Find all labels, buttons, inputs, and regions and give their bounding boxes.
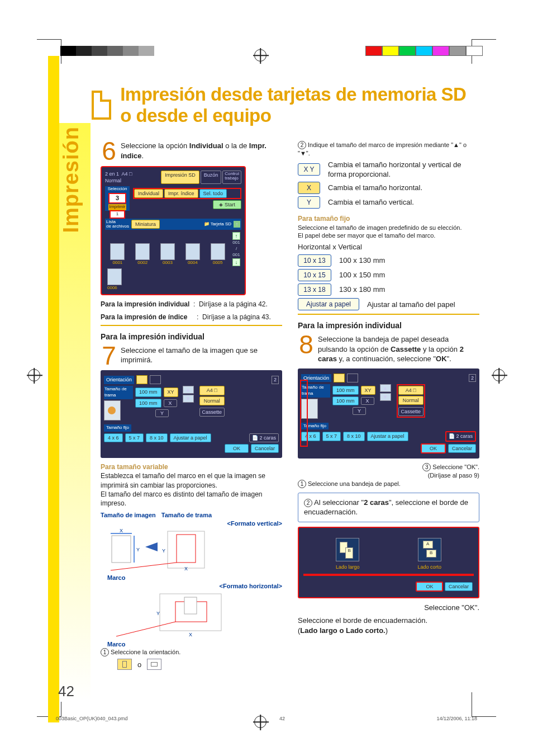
label: Normal (398, 396, 424, 405)
btn-cancel: Cancelar (445, 582, 473, 591)
section-label: Impresión (59, 126, 83, 233)
left-column: 6 Seleccione la opción Individual o la d… (101, 141, 282, 670)
diagram-horizontal: Y X (101, 590, 246, 637)
thumb-label: 0003 (156, 260, 179, 266)
text: El papel debe ser mayor que el tamaño de… (298, 231, 479, 240)
btn-y: Y (298, 196, 320, 209)
step-8-number: 8 (298, 334, 315, 355)
value: 100 mm (332, 386, 359, 395)
svg-text:X: X (184, 566, 188, 571)
label: Tamaño fijo (104, 424, 131, 432)
label: Horizontal x Vertical (298, 242, 479, 252)
label-marco: Marco (107, 640, 282, 649)
callout-bandeja: 1Seleccione una bandeja de papel. (298, 480, 479, 488)
text: El tamaño del marco es distinto del tama… (101, 490, 282, 508)
btn-impr-indice: Impr. índice (164, 189, 198, 198)
step-8-text: Seleccione la bandeja de papel deseada p… (318, 334, 479, 364)
btn-x: X (361, 397, 374, 405)
text: Establezca el tamaño del marco en el que… (101, 471, 282, 489)
text: Seleccione la opción (121, 141, 189, 150)
btn-lado-corto: Lado corto (417, 564, 441, 570)
value: 100 mm (332, 396, 359, 405)
subhead-individual-2: Para la impresión individual (298, 320, 479, 331)
size-btn: 8 x 10 (146, 433, 168, 442)
size-btn: Ajustar a papel (170, 433, 211, 442)
tab-buzon: Buzón (201, 171, 222, 184)
rule (101, 325, 282, 326)
screen-header: 2 en 1 A4 □ Normal (105, 171, 132, 184)
btn-cancel: Cancelar (448, 444, 476, 453)
frame-size-intro: 2Indique el tamaño del marco de impresió… (298, 141, 479, 158)
text: Seleccione el borde de encuadernación. (298, 616, 479, 626)
imprimir-btn: Imprimir (108, 204, 126, 210)
label: 2 (272, 376, 279, 384)
step-6-screenshot: 2 en 1 A4 □ Normal Impresión SD Buzón Co… (101, 166, 246, 296)
btn-cancel: Cancelar (251, 444, 279, 453)
btn-individual: Individual (134, 189, 163, 198)
document-icon (92, 91, 111, 120)
size-btn: 8 x 10 (343, 432, 365, 441)
size-btn: Ajustar a papel (298, 298, 359, 310)
btn-2caras: 2 caras (259, 435, 276, 441)
label: Normal (199, 396, 225, 405)
label: Tamaño de imagen (101, 511, 156, 519)
step-7-screenshot: Orientación 2 Tamaño de trama 100 mmXY (101, 370, 282, 458)
tab-control-trabajo: Control trabajo (222, 171, 241, 184)
thumb-label: 0001 (106, 260, 129, 266)
callout-ok: 3Seleccione "OK". (298, 463, 479, 471)
step-7-number: 7 (101, 346, 117, 366)
value: 100 mm (135, 399, 161, 408)
subhead-variable: Para tamaño variable (101, 462, 282, 471)
tab-impresion-sd: Impresión SD (161, 171, 199, 184)
svg-text:Y: Y (162, 548, 165, 554)
svg-text:X: X (120, 528, 123, 533)
text: 100 x 130 mm (339, 256, 385, 266)
size-btn: Ajustar a papel (367, 432, 408, 441)
text: 130 x 180 mm (339, 285, 385, 295)
btn-cassette: Cassette (199, 408, 225, 417)
btn-start: Start (225, 202, 235, 207)
size-btn: 5 x 7 (322, 432, 341, 441)
btn-ok: OK (225, 444, 249, 453)
btn-y: Y (155, 409, 169, 417)
size-btn: 10 x 15 (298, 269, 331, 281)
text: (Diríjase al paso 9) (298, 471, 479, 480)
btn-y: Y (353, 407, 366, 415)
step-6-text: Seleccione la opción Individual o la de … (121, 141, 282, 160)
count-3: 3 (108, 193, 126, 204)
btn-2caras: 2 caras (456, 433, 473, 439)
greyscale-swatches (60, 46, 154, 56)
page-edge-stripe (48, 56, 59, 722)
step-6-number: 6 (101, 141, 117, 162)
diagram-vertical: X Y Y X (101, 528, 246, 571)
label: 2 (469, 374, 476, 382)
size-btn: 4 x 6 (104, 433, 123, 442)
btn-ok: OK (421, 443, 446, 453)
btn-xy: XY (361, 386, 375, 395)
step-7-text: Seleccione el tamaño de la imagen que se… (121, 346, 282, 365)
btn-ok: OK (416, 582, 443, 592)
text: 100 x 150 mm (339, 270, 385, 280)
orientation-icons: o (117, 659, 282, 670)
svg-text:Y: Y (136, 547, 140, 552)
step-8-screenshot: Orientación 2 Tamaño de trama 100 mmXY 1… (298, 368, 479, 459)
thumb-label: 0006 (107, 285, 239, 291)
label: Tamaño de trama (161, 511, 212, 519)
page-number: 42 (58, 683, 74, 700)
btn-miniatura: Miniatura (131, 220, 160, 229)
btn-sel-todo: Sel. todo (199, 189, 227, 198)
page-footer: 003Basic_OP(UK)040_043.pmd 42 14/12/2006… (56, 716, 477, 721)
page-counter: 001 / 001 (232, 240, 240, 258)
text: ((Lado largo o Lado corto.)Lado largo o … (298, 626, 479, 636)
label: A4 □ (398, 386, 424, 395)
btn-xy: X Y (298, 163, 320, 176)
registration-mark (493, 369, 505, 381)
btn-cassette: Cassette (398, 407, 424, 416)
btn-x: X (298, 182, 320, 194)
page-content: Impresión Impresión desde tarjetas de me… (66, 84, 479, 711)
callout-select-ok: Seleccione "OK". (298, 603, 479, 613)
subhead-individual: Para la impresión individual (101, 332, 282, 342)
ref-individual: Para la impresión individual : Diríjase … (101, 300, 282, 309)
btn-xy: XY (164, 388, 178, 396)
callout-2caras: 2Al seleccionar "2 caras", seleccione el… (298, 493, 479, 522)
